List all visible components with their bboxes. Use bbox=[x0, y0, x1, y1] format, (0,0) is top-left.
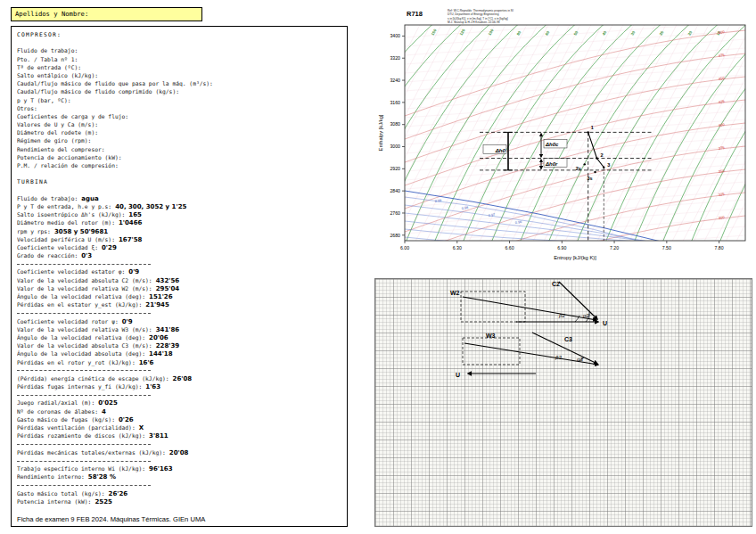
isotherm-label: 350 bbox=[718, 168, 725, 174]
form-field-line: Gasto másico de fugas (kg/s):0'26 bbox=[17, 415, 341, 423]
field-value-handwritten: 26'26 bbox=[109, 490, 128, 497]
form-field-line: Salto isoentrópico Δh's (kJ/kg):165 bbox=[17, 210, 341, 218]
isobar-label: 40 bbox=[602, 29, 608, 36]
isotherm-label: 475 bbox=[718, 53, 725, 58]
quality-label: 0.96 bbox=[515, 220, 522, 225]
form-body: COMPRESOR:Fluido de trabajo:Pto. / Tabla… bbox=[11, 26, 348, 527]
y-tick-label: 3000 bbox=[390, 144, 400, 149]
field-value-handwritten: 0'025 bbox=[98, 399, 118, 407]
field-value-handwritten: 4 bbox=[102, 408, 106, 415]
field-value-handwritten: 40, 300, 3052 y 1'25 bbox=[115, 203, 186, 210]
field-label: rpm y rps: bbox=[17, 228, 51, 234]
field-value-handwritten: 0'3 bbox=[81, 252, 92, 259]
field-label: Rendimiento interno: bbox=[17, 473, 85, 480]
form-separator bbox=[17, 456, 341, 464]
field-value-handwritten: X bbox=[139, 424, 144, 431]
field-value-handwritten: 21'945 bbox=[145, 301, 169, 308]
field-label: Salto isoentrópico Δh's (kJ/kg): bbox=[17, 211, 125, 218]
form-section-header: TURBINA bbox=[17, 177, 341, 185]
field-label: Nº de coronas de álabes: bbox=[17, 408, 98, 415]
isotherm-label: 375 bbox=[718, 145, 725, 151]
form-field-line: rpm y rps:3058 y 50'9681 bbox=[17, 227, 341, 235]
form-field-line: Trabajo específico interno Wi (kJ/kg):96… bbox=[17, 464, 341, 472]
form-field-line: Pérdidas en el rotor y_rot (kJ/kg):16'6 bbox=[17, 358, 341, 366]
field-value-handwritten: 0'9 bbox=[128, 268, 139, 275]
form-field-line: Rendimiento del compresor: bbox=[17, 145, 341, 153]
isotherm-label: 300 bbox=[718, 215, 725, 220]
quality-label: 0.99 bbox=[435, 199, 442, 203]
x-axis-title: Entropy [kJ/(kg K)] bbox=[554, 255, 596, 260]
field-value-handwritten: 16'6 bbox=[139, 359, 154, 366]
form-field-line: Juego radial/axial (m):0'025 bbox=[17, 398, 341, 407]
isobar-label: 80 bbox=[516, 29, 522, 36]
field-label: P y T de entrada, h.e y p.s: bbox=[17, 203, 111, 209]
field-label: Valor de la velocidad relativa W3 (m/s): bbox=[17, 326, 152, 333]
field-label: Juego radial/axial (m): bbox=[17, 399, 94, 406]
form-field-line: P y T de entrada, h.e y p.s:40, 300, 305… bbox=[17, 202, 341, 210]
form-field-line: Velocidad periférica U (m/s):167'58 bbox=[17, 235, 341, 243]
form-footer: Ficha de examen 9 FEB 2024. Máquinas Tér… bbox=[17, 515, 205, 523]
dh0r-label: Δh0r bbox=[545, 161, 558, 167]
field-value-handwritten: 20'06 bbox=[149, 334, 168, 341]
state-point-label: 3s bbox=[588, 176, 593, 181]
dh0c-label: Δh0c bbox=[545, 142, 559, 147]
form-field-line: Grado de reacción:0'3 bbox=[17, 251, 341, 259]
field-label: Ángulo de la velocidad relativa (deg): bbox=[17, 293, 145, 300]
x-tick-label: 6.00 bbox=[400, 245, 409, 251]
field-value-handwritten: 2525 bbox=[94, 498, 111, 505]
form-field-line: Diámetro medio del rotor (m):1'0466 bbox=[17, 218, 341, 226]
chart-title: R718 bbox=[407, 10, 423, 18]
state-point-label: 1 bbox=[591, 125, 594, 130]
chart-subtitle-line: M.J. Skovrup & H.J.H Knudsen. 22-06-98 bbox=[448, 21, 500, 24]
form-field-line: Coeficiente velocidad ξ:0'29 bbox=[17, 243, 341, 251]
field-label: Pérdidas ventilación (parcialidad): bbox=[17, 424, 136, 431]
form-separator bbox=[17, 308, 341, 316]
form-field-line: Potencia de accionamiento (kW): bbox=[17, 153, 341, 161]
x-tick-label: 7.20 bbox=[610, 245, 619, 251]
form-field-line: Pérdidas fugas internas y_fi (kJ/kg):1'6… bbox=[17, 382, 341, 390]
field-value-handwritten: 1'0466 bbox=[119, 219, 143, 226]
y-tick-label: 3160 bbox=[390, 100, 400, 105]
field-label: Pérdidas fugas internas y_fi (kJ/kg): bbox=[17, 383, 142, 390]
field-label: Pérdidas en el rotor y_rot (kJ/kg): bbox=[17, 359, 136, 366]
field-value-handwritten: 3058 y 50'9681 bbox=[54, 228, 108, 235]
construction-box bbox=[463, 338, 520, 365]
field-label: (Pérdida) energía cinética de escape (kJ… bbox=[17, 375, 169, 382]
field-value-handwritten: 58'28 % bbox=[88, 473, 116, 481]
isobar-label: 100 bbox=[488, 28, 495, 36]
form-blank-line bbox=[17, 186, 341, 194]
field-label: Ángulo de la velocidad relativa (deg): bbox=[17, 334, 145, 341]
separator-line bbox=[17, 461, 151, 462]
scanned-exam-page: Apellidos y Nombre: COMPRESOR:Fluido de … bbox=[0, 0, 756, 534]
field-label: Coeficiente velocidad estator φ: bbox=[17, 268, 125, 275]
field-label: Potencia interna (kW): bbox=[17, 498, 91, 505]
c2-label: C2 bbox=[552, 281, 560, 287]
separator-line bbox=[17, 485, 151, 486]
separator-line bbox=[17, 395, 151, 396]
dh0-label: Δh0 bbox=[495, 147, 506, 153]
isotherm-label: 500 bbox=[718, 29, 725, 35]
isobar-label: 60 bbox=[545, 29, 551, 36]
field-value-handwritten: 26'08 bbox=[173, 375, 193, 382]
field-value-handwritten: 0'26 bbox=[119, 416, 134, 423]
form-field-line: Pérdidas ventilación (parcialidad):X bbox=[17, 423, 341, 431]
form-field-line: p y T (bar, ºC): bbox=[17, 96, 341, 104]
field-label: Valor de la velocidad absoluta C3 (m/s): bbox=[17, 342, 152, 349]
velocity-triangles-drawing: C2W2Uα2β2W3C3Uβ3α3 bbox=[375, 279, 752, 526]
field-label: Gasto másico total (kg/s): bbox=[17, 490, 105, 497]
isotherm-label: 400 bbox=[718, 122, 725, 127]
form-field-line: Ángulo de la velocidad relativa (deg):15… bbox=[17, 292, 341, 300]
field-label: Ángulo de la velocidad absoluta (deg): bbox=[17, 350, 145, 357]
separator-line bbox=[17, 370, 151, 371]
x-tick-label: 6.60 bbox=[505, 245, 514, 251]
y-axis-title: Enthalpy [kJ/kg] bbox=[378, 114, 383, 151]
field-value-handwritten: 295'04 bbox=[156, 285, 180, 292]
field-label: Caudal/flujo másico de fluido que pasa p… bbox=[17, 80, 213, 86]
form-field-line: Caudal/flujo másico de fluido comprimido… bbox=[17, 87, 341, 95]
form-field-line: P.M. / relación de compresión: bbox=[17, 161, 341, 169]
isotherm-label: 325 bbox=[718, 192, 725, 197]
form-field-line: Régimen de giro (rpm): bbox=[17, 136, 341, 144]
field-label: Otros: bbox=[17, 105, 37, 111]
field-value-handwritten: 20'08 bbox=[169, 449, 189, 456]
field-value-handwritten: 341'86 bbox=[156, 326, 180, 333]
